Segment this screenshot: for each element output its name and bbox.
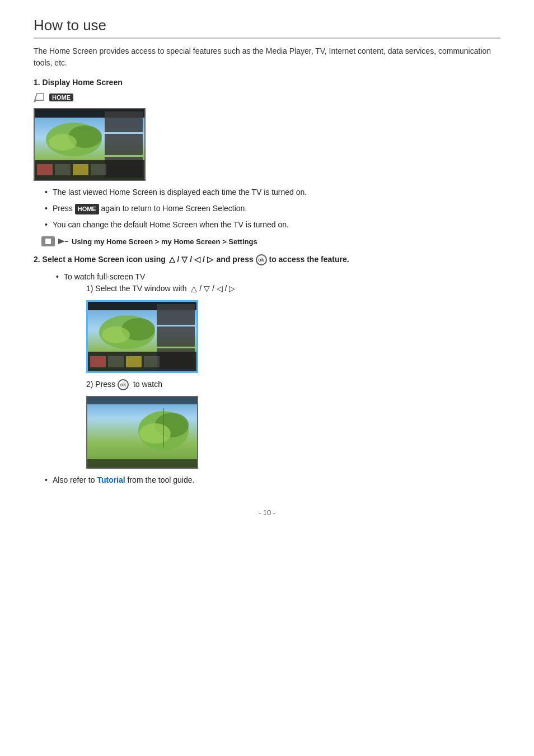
home-screen-image-1 [34,108,146,181]
step1-label: 1. Display Home Screen [34,78,500,87]
also-refer-item: Also refer to Tutorial from the tool gui… [45,474,500,486]
nav-hint-text: Using my Home Screen > my Home Screen > … [72,237,257,246]
step2-bullets: To watch full-screen TV 1) Select the TV… [56,271,500,469]
substep-1: 1) Select the TV window with △ / ▽ / ◁ /… [86,283,500,373]
nav-hint: Using my Home Screen > my Home Screen > … [41,236,500,246]
bullet-3: You can change the default Home Screen w… [45,219,500,231]
svg-point-14 [139,423,171,444]
fullscreen-tv-image [86,396,198,469]
home-badge-inline: HOME [75,204,99,214]
bullet-1: The last viewed Home Screen is displayed… [45,186,500,198]
substep-1-label: 1) Select the TV window with △ / ▽ / ◁ /… [86,283,500,295]
also-refer-list: Also refer to Tutorial from the tool gui… [45,474,500,486]
page-number: - 10 - [34,508,500,517]
home-badge: HOME [49,94,73,101]
bullet-2: Press HOME again to return to Home Scree… [45,203,500,214]
tutorial-link[interactable]: Tutorial [97,475,125,484]
svg-point-6 [49,134,77,151]
leaf-fullscreen [135,403,191,453]
ok-icon-substep2: ok [118,379,129,390]
arrow-right-icon [58,237,68,245]
home-screen-image-2 [86,300,198,373]
substep-2-label: 2) Press ok to watch [86,379,500,390]
step2-bullet-watch-tv: To watch full-screen TV 1) Select the TV… [56,271,500,469]
step2-label: 2. Select a Home Screen icon using △ / ▽… [34,254,500,265]
svg-marker-7 [58,239,65,244]
svg-point-11 [102,326,130,343]
leaf-decoration [40,117,113,162]
substep-2: 2) Press ok to watch [86,379,500,469]
menu-icon [41,236,55,246]
intro-text: The Home Screen provides access to speci… [34,45,500,69]
ok-icon-step2: ok [256,254,267,265]
step1-bullets: The last viewed Home Screen is displayed… [45,186,500,231]
remote-pencil-icon [34,92,46,102]
page-title: How to use [34,17,500,39]
